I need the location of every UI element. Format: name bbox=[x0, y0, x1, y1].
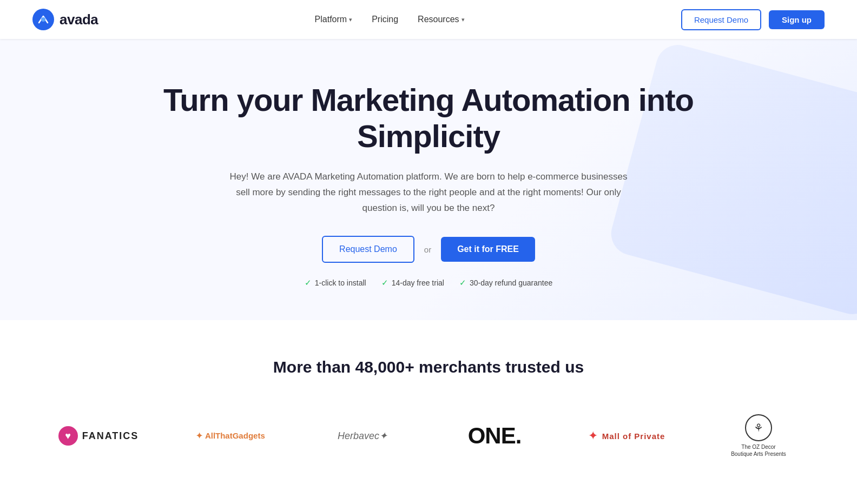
trusted-section: More than 48,000+ merchants trusted us ♥… bbox=[0, 320, 857, 504]
list-item: ⚘ The OZ DecorBoutique Arts Presents bbox=[693, 403, 825, 468]
list-item: verizon ✓ bbox=[164, 490, 296, 504]
hero-subtitle: Hey! We are AVADA Marketing Automation p… bbox=[223, 169, 634, 216]
list-item: DOLLS KILL bbox=[296, 490, 428, 504]
oz-icon: ⚘ bbox=[745, 414, 772, 441]
hero-get-free-button[interactable]: Get it for FREE bbox=[441, 237, 535, 262]
or-text: or bbox=[424, 245, 431, 254]
oz-decor-logo: ⚘ The OZ DecorBoutique Arts Presents bbox=[731, 414, 786, 457]
trusted-title: More than 48,000+ merchants trusted us bbox=[32, 358, 825, 376]
hero-badges: ✓ 1-click to install ✓ 14-day free trial… bbox=[158, 278, 699, 288]
nav-links: Platform ▾ Pricing Resources ▾ bbox=[315, 15, 465, 24]
checkmark-icon: ✓ bbox=[305, 278, 312, 288]
one-text: ONE. bbox=[468, 423, 522, 448]
chevron-down-icon: ▾ bbox=[349, 16, 352, 23]
list-item: ✦ Mall of Private bbox=[561, 409, 693, 463]
nav-resources[interactable]: Resources ▾ bbox=[418, 15, 464, 24]
navbar: avada Platform ▾ Pricing Resources ▾ Req… bbox=[0, 0, 857, 39]
checkmark-icon: ✓ bbox=[459, 278, 466, 288]
fanatics-icon: ♥ bbox=[58, 426, 78, 446]
mall-text: Mall of Private bbox=[602, 432, 665, 441]
request-demo-button[interactable]: Request Demo bbox=[681, 9, 761, 30]
signup-button[interactable]: Sign up bbox=[769, 10, 825, 29]
svg-point-1 bbox=[41, 17, 45, 22]
fanatics-text: FANATICS bbox=[82, 430, 139, 442]
list-item: ✦ AllThatGadgets bbox=[164, 409, 296, 463]
badge-refund: ✓ 30-day refund guarantee bbox=[459, 278, 552, 288]
hero-title: Turn your Marketing Automation into Simp… bbox=[158, 82, 699, 154]
list-item: ✕ VAIMO CORE OF COMMERCE bbox=[428, 490, 561, 504]
mall-icon: ✦ bbox=[588, 429, 598, 443]
badge-install: ✓ 1-click to install bbox=[305, 278, 366, 288]
list-item: ♥ FANATICS bbox=[32, 409, 164, 463]
oz-text: The OZ DecorBoutique Arts Presents bbox=[731, 443, 786, 457]
fanatics-logo: ♥ FANATICS bbox=[58, 426, 139, 446]
list-item: OLYMPUS bbox=[32, 490, 164, 504]
hero-content: Turn your Marketing Automation into Simp… bbox=[158, 82, 699, 288]
hero-buttons: Request Demo or Get it for FREE bbox=[158, 236, 699, 263]
chevron-down-icon: ▾ bbox=[462, 16, 465, 23]
logo-grid-row2: OLYMPUS verizon ✓ DOLLS KILL ✕ VAIMO COR… bbox=[32, 490, 825, 504]
list-item: ONE. bbox=[428, 409, 561, 463]
herbavex-logo: Herbavec✦ bbox=[338, 430, 387, 442]
nav-pricing[interactable]: Pricing bbox=[372, 15, 398, 24]
badge-trial: ✓ 14-day free trial bbox=[381, 278, 444, 288]
list-item: redbox by SQLI bbox=[693, 490, 825, 504]
logo[interactable]: avada bbox=[32, 9, 98, 30]
hero-request-demo-button[interactable]: Request Demo bbox=[322, 236, 414, 263]
list-item: Herbavec✦ bbox=[296, 409, 428, 463]
logo-text: avada bbox=[60, 11, 98, 28]
allthatgadgets-text: ✦ AllThatGadgets bbox=[196, 431, 265, 440]
avada-logo-icon bbox=[32, 9, 54, 30]
herbavex-text: Herbavec✦ bbox=[338, 430, 387, 441]
hero-section: Turn your Marketing Automation into Simp… bbox=[0, 39, 857, 320]
checkmark-icon: ✓ bbox=[381, 278, 388, 288]
nav-actions: Request Demo Sign up bbox=[681, 9, 825, 30]
logo-grid-row1: ♥ FANATICS ✦ AllThatGadgets Herbavec✦ ON… bbox=[32, 403, 825, 468]
mall-of-private-logo: ✦ Mall of Private bbox=[588, 429, 665, 443]
one-logo: ONE. bbox=[468, 423, 522, 449]
allthatgadgets-logo: ✦ AllThatGadgets bbox=[196, 431, 265, 441]
list-item: blue acorn bbox=[561, 490, 693, 504]
nav-platform[interactable]: Platform ▾ bbox=[315, 15, 353, 24]
